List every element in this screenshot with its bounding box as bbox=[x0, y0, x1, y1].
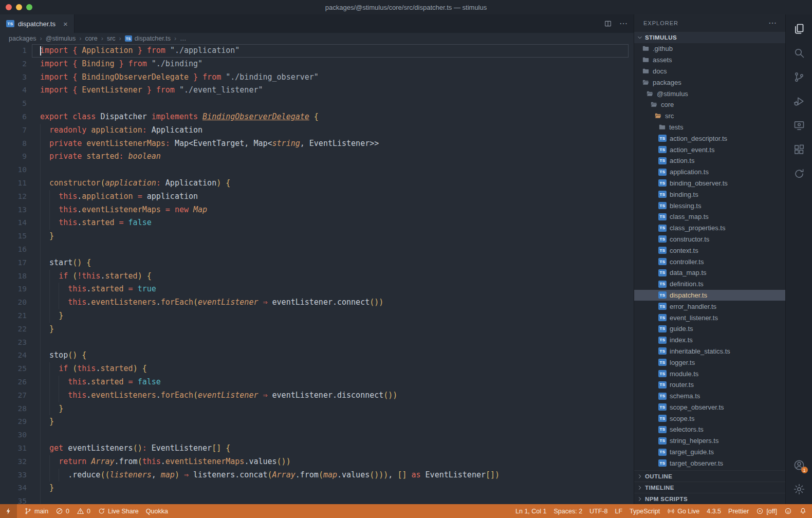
close-window-button[interactable] bbox=[6, 4, 12, 10]
tree-item-schema.ts[interactable]: TSschema.ts bbox=[634, 391, 785, 402]
code-line-4[interactable]: 4import { EventListener } from "./event_… bbox=[0, 84, 634, 97]
status-remote-indicator[interactable] bbox=[0, 504, 17, 518]
tree-item-error_handler.ts[interactable]: TSerror_handler.ts bbox=[634, 301, 785, 312]
tree-item-class_properties.ts[interactable]: TSclass_properties.ts bbox=[634, 223, 785, 234]
tree-item-application.ts[interactable]: TSapplication.ts bbox=[634, 166, 785, 178]
code-line-34[interactable]: 34 } bbox=[0, 482, 634, 495]
tree-item-module.ts[interactable]: TSmodule.ts bbox=[634, 368, 785, 379]
code-line-29[interactable]: 29 } bbox=[0, 415, 634, 429]
zoom-window-button[interactable] bbox=[26, 4, 32, 10]
status-go-live[interactable]: Go Live bbox=[667, 504, 699, 518]
status-encoding[interactable]: UTF-8 bbox=[589, 504, 607, 518]
tree-item-packages[interactable]: packages bbox=[634, 77, 785, 88]
tree-item-action.ts[interactable]: TSaction.ts bbox=[634, 155, 785, 166]
code-line-20[interactable]: 20 this.eventListeners.forEach(eventList… bbox=[0, 296, 634, 309]
code-line-28[interactable]: 28 } bbox=[0, 402, 634, 416]
code-line-23[interactable]: 23 bbox=[0, 336, 634, 349]
status-git-branch[interactable]: main bbox=[24, 504, 48, 518]
tree-item-scope.ts[interactable]: TSscope.ts bbox=[634, 413, 785, 424]
code-line-10[interactable]: 10 bbox=[0, 163, 634, 177]
status-cursor-position[interactable]: Ln 1, Col 1 bbox=[515, 504, 546, 518]
tree-item-router.ts[interactable]: TSrouter.ts bbox=[634, 379, 785, 391]
tree-item-@stimulus[interactable]: @stimulus bbox=[634, 88, 785, 99]
code-line-17[interactable]: 17 start() { bbox=[0, 256, 634, 270]
tree-item-target_observer.ts[interactable]: TStarget_observer.ts bbox=[634, 457, 785, 469]
tree-item-data_map.ts[interactable]: TSdata_map.ts bbox=[634, 267, 785, 279]
remote-explorer-icon[interactable] bbox=[786, 113, 812, 137]
tree-item-core[interactable]: core bbox=[634, 99, 785, 110]
tree-item-selectors.ts[interactable]: TSselectors.ts bbox=[634, 424, 785, 435]
code-line-25[interactable]: 25 if (this.started) { bbox=[0, 362, 634, 376]
code-line-6[interactable]: 6export class Dispatcher implements Bind… bbox=[0, 110, 634, 124]
code-line-2[interactable]: 2import { Binding } from "./binding" bbox=[0, 58, 634, 71]
tree-item-class_map.ts[interactable]: TSclass_map.ts bbox=[634, 211, 785, 223]
code-line-9[interactable]: 9 private started: boolean bbox=[0, 150, 634, 163]
status-quokka[interactable]: Quokka bbox=[146, 504, 168, 518]
tree-item-src[interactable]: src bbox=[634, 110, 785, 122]
panel-timeline[interactable]: TIMELINE bbox=[634, 482, 785, 493]
code-line-3[interactable]: 3import { BindingObserverDelegate } from… bbox=[0, 71, 634, 84]
tree-item-binding.ts[interactable]: TSbinding.ts bbox=[634, 189, 785, 200]
status-prettier[interactable]: Prettier bbox=[728, 504, 749, 518]
run-debug-icon[interactable] bbox=[786, 89, 812, 113]
code-line-27[interactable]: 27 this.eventListeners.forEach(eventList… bbox=[0, 389, 634, 402]
code-line-12[interactable]: 12 this.application = application bbox=[0, 190, 634, 203]
code-line-8[interactable]: 8 private eventListenerMaps: Map<EventTa… bbox=[0, 137, 634, 151]
status-live-share[interactable]: Live Share bbox=[98, 504, 139, 518]
status-notifications[interactable] bbox=[799, 504, 807, 518]
status-screencast-mode[interactable]: [off] bbox=[756, 504, 777, 518]
tree-item-guide.ts[interactable]: TSguide.ts bbox=[634, 323, 785, 335]
search-icon[interactable] bbox=[786, 41, 812, 65]
code-line-19[interactable]: 19 this.started = true bbox=[0, 283, 634, 296]
status-language-mode[interactable]: TypeScript bbox=[630, 504, 660, 518]
code-line-32[interactable]: 32 return Array.from(this.eventListenerM… bbox=[0, 455, 634, 469]
code-line-35[interactable]: 35 bbox=[0, 495, 634, 504]
status-feedback[interactable] bbox=[784, 504, 792, 518]
breadcrumb-item-packages[interactable]: packages bbox=[9, 35, 36, 42]
split-editor-icon[interactable] bbox=[604, 20, 612, 28]
code-line-24[interactable]: 24 stop() { bbox=[0, 349, 634, 362]
code-line-30[interactable]: 30 bbox=[0, 429, 634, 442]
panel-npm-scripts[interactable]: NPM SCRIPTS bbox=[634, 493, 785, 504]
tree-item-target_guide.ts[interactable]: TStarget_guide.ts bbox=[634, 447, 785, 458]
close-tab-icon[interactable]: × bbox=[63, 20, 68, 28]
breadcrumb-item--[interactable]: … bbox=[180, 35, 187, 42]
tree-item-inheritable_statics.ts[interactable]: TSinheritable_statics.ts bbox=[634, 346, 785, 357]
section-stimulus[interactable]: STIMULUS bbox=[634, 32, 785, 43]
tree-item-assets[interactable]: assets bbox=[634, 54, 785, 66]
breadcrumb-item-@stimulus[interactable]: @stimulus bbox=[46, 35, 76, 42]
breadcrumb-item-dispatcher.ts[interactable]: TSdispatcher.ts bbox=[125, 35, 171, 42]
more-actions-icon[interactable]: ⋯ bbox=[619, 20, 628, 28]
code-line-13[interactable]: 13 this.eventListenerMaps = new Map bbox=[0, 203, 634, 217]
tree-item-scope_observer.ts[interactable]: TSscope_observer.ts bbox=[634, 402, 785, 413]
breadcrumb-item-core[interactable]: core bbox=[85, 35, 97, 42]
accounts-icon[interactable]: 1 bbox=[786, 453, 812, 477]
code-line-11[interactable]: 11 constructor(application: Application)… bbox=[0, 177, 634, 190]
explorer-icon[interactable] bbox=[786, 16, 812, 41]
code-line-18[interactable]: 18 if (!this.started) { bbox=[0, 270, 634, 283]
code-line-22[interactable]: 22 } bbox=[0, 323, 634, 336]
code-line-16[interactable]: 16 bbox=[0, 243, 634, 256]
tree-item-.github[interactable]: .github bbox=[634, 43, 785, 54]
tree-item-docs[interactable]: docs bbox=[634, 66, 785, 77]
minimize-window-button[interactable] bbox=[16, 4, 22, 10]
panel-outline[interactable]: OUTLINE bbox=[634, 470, 785, 482]
status-warnings[interactable]: 0 bbox=[77, 504, 90, 518]
tree-item-action_event.ts[interactable]: TSaction_event.ts bbox=[634, 144, 785, 155]
status-version[interactable]: 4.3.5 bbox=[707, 504, 721, 518]
status-errors[interactable]: 0 bbox=[56, 504, 69, 518]
tree-item-blessing.ts[interactable]: TSblessing.ts bbox=[634, 200, 785, 211]
tree-item-context.ts[interactable]: TScontext.ts bbox=[634, 245, 785, 256]
code-line-5[interactable]: 5 bbox=[0, 97, 634, 110]
status-indentation[interactable]: Spaces: 2 bbox=[554, 504, 583, 518]
code-line-26[interactable]: 26 this.started = false bbox=[0, 376, 634, 389]
tree-item-binding_observer.ts[interactable]: TSbinding_observer.ts bbox=[634, 178, 785, 189]
tab-dispatcher-ts[interactable]: TS dispatcher.ts × bbox=[0, 14, 75, 33]
code-editor[interactable]: 1import { Application } from "./applicat… bbox=[0, 44, 634, 504]
code-line-33[interactable]: 33 .reduce((listeners, map) ⇒ listeners.… bbox=[0, 469, 634, 482]
tree-item-string_helpers.ts[interactable]: TSstring_helpers.ts bbox=[634, 435, 785, 447]
code-line-15[interactable]: 15 } bbox=[0, 230, 634, 243]
tree-item-tests[interactable]: tests bbox=[634, 122, 785, 133]
code-line-7[interactable]: 7 readonly application: Application bbox=[0, 124, 634, 137]
tree-item-action_descriptor.ts[interactable]: TSaction_descriptor.ts bbox=[634, 133, 785, 144]
